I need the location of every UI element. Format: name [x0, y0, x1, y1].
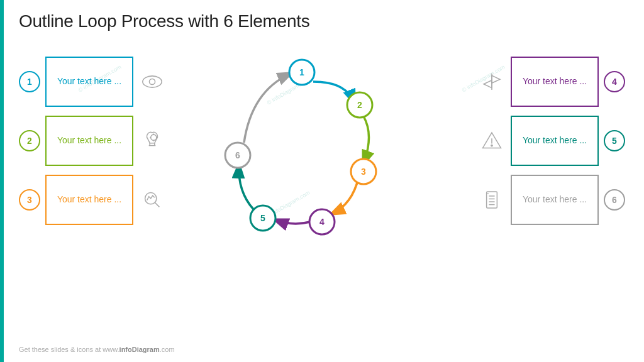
text-box-2: Your text here ...	[45, 116, 133, 166]
svg-point-0	[143, 76, 162, 87]
left-item-1: 1 Your text here ...	[19, 57, 166, 107]
right-item-4: Your text here ... 4	[478, 57, 625, 107]
circle-6: 6	[604, 189, 625, 211]
left-column: 1 Your text here ... 2 Your text here ..…	[19, 57, 166, 225]
svg-line-11	[155, 202, 160, 207]
warning-icon	[478, 127, 506, 155]
circle-2: 2	[19, 130, 40, 151]
circle-4: 4	[604, 71, 625, 92]
svg-marker-25	[492, 75, 500, 83]
list-icon	[478, 186, 506, 214]
text-box-6: Your text here ...	[511, 175, 599, 225]
page-title: Outline Loop Process with 6 Elements	[19, 11, 625, 31]
svg-text:3: 3	[361, 167, 366, 177]
svg-point-2	[151, 134, 157, 140]
chart-search-icon	[138, 186, 166, 214]
sign-icon	[478, 68, 506, 96]
right-item-5: Your text here ... 5	[478, 116, 625, 166]
svg-rect-30	[487, 192, 497, 208]
svg-text:4: 4	[319, 217, 325, 227]
svg-point-1	[149, 79, 155, 84]
text-box-5: Your text here ...	[511, 116, 599, 166]
text-box-4: Your text here ...	[511, 57, 599, 107]
circle-3: 3	[19, 189, 40, 211]
circle-diagram: 1 2 3 4 5 6	[220, 53, 384, 242]
text-box-3: Your text here ...	[45, 175, 133, 225]
right-column: Your text here ... 4 Your text here ... …	[478, 57, 625, 225]
footer: Get these slides & icons at www.infoDiag…	[19, 346, 175, 353]
circle-1: 1	[19, 71, 40, 92]
svg-text:2: 2	[357, 100, 362, 110]
page: Outline Loop Process with 6 Elements © i…	[0, 0, 644, 362]
svg-point-29	[491, 145, 492, 146]
svg-marker-26	[484, 80, 492, 88]
svg-text:5: 5	[260, 213, 265, 223]
svg-text:1: 1	[299, 67, 304, 77]
teal-accent-bar	[0, 0, 4, 362]
text-box-1: Your text here ...	[45, 57, 133, 107]
left-item-2: 2 Your text here ...	[19, 116, 166, 166]
right-item-6: Your text here ... 6	[478, 175, 625, 225]
circle-5: 5	[604, 130, 625, 151]
left-item-3: 3 Your text here ...	[19, 175, 166, 225]
eye-icon	[138, 68, 166, 96]
svg-text:6: 6	[235, 150, 240, 160]
brain-gear-icon	[138, 127, 166, 155]
